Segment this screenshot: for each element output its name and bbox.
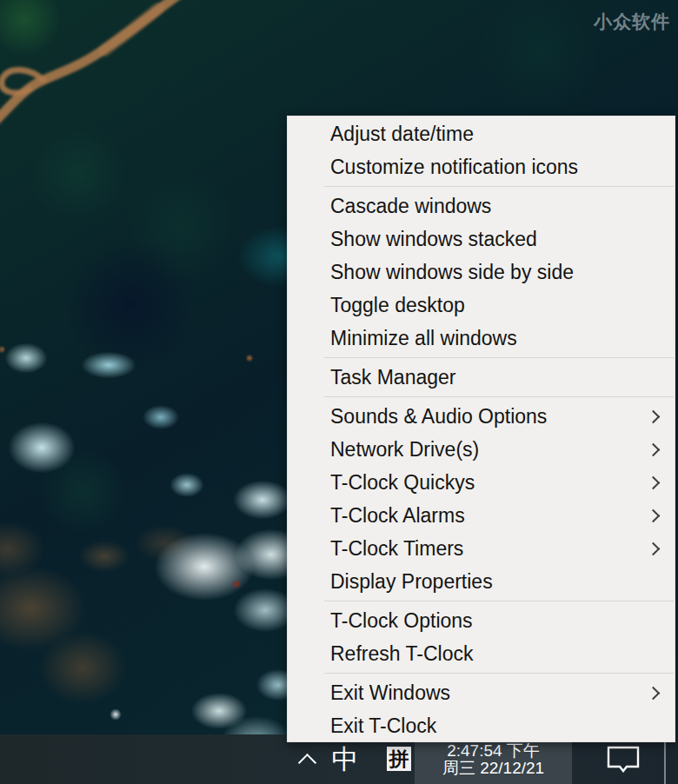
menu-item-customize-notification-icons[interactable]: Customize notification icons bbox=[288, 150, 675, 183]
menu-item-toggle-desktop[interactable]: Toggle desktop bbox=[288, 289, 675, 322]
submenu-chevron-icon bbox=[647, 409, 661, 423]
menu-item-t-clock-timers[interactable]: T-Clock Timers bbox=[288, 532, 675, 565]
menu-item-adjust-date-time[interactable]: Adjust date/time bbox=[288, 117, 675, 150]
menu-item-exit-t-clock[interactable]: Exit T-Clock bbox=[288, 709, 675, 742]
menu-item-display-properties[interactable]: Display Properties bbox=[288, 565, 675, 598]
menu-item-show-windows-stacked[interactable]: Show windows stacked bbox=[288, 223, 675, 256]
clock-date: 周三 22/12/21 bbox=[442, 760, 544, 777]
menu-item-label: Customize notification icons bbox=[330, 156, 661, 179]
menu-item-label: Refresh T-Clock bbox=[330, 642, 661, 666]
menu-item-label: Network Drive(s) bbox=[330, 438, 648, 462]
menu-item-task-manager[interactable]: Task Manager bbox=[288, 361, 675, 394]
menu-item-label: Sounds & Audio Options bbox=[330, 405, 648, 429]
menu-item-label: Show windows stacked bbox=[330, 228, 661, 251]
context-menu: Adjust date/timeCustomize notification i… bbox=[287, 116, 675, 742]
menu-item-label: Cascade windows bbox=[330, 195, 661, 218]
notification-icon bbox=[606, 746, 641, 774]
submenu-chevron-icon bbox=[647, 508, 661, 522]
clock-time: 2:47:54 下午 bbox=[447, 742, 540, 760]
chevron-up-icon bbox=[297, 753, 316, 771]
menu-item-label: T-Clock Timers bbox=[330, 537, 648, 561]
menu-item-label: Adjust date/time bbox=[330, 123, 661, 146]
watermark: 小众软件 bbox=[594, 10, 670, 34]
menu-item-label: Exit T-Clock bbox=[330, 714, 661, 738]
menu-item-sounds-audio-options[interactable]: Sounds & Audio Options bbox=[288, 400, 675, 433]
menu-item-network-drive-s[interactable]: Network Drive(s) bbox=[288, 433, 675, 466]
submenu-chevron-icon bbox=[647, 686, 661, 700]
menu-item-label: T-Clock Alarms bbox=[330, 504, 648, 528]
ime-language-badge[interactable]: 拼 bbox=[387, 747, 411, 771]
submenu-chevron-icon bbox=[647, 442, 661, 456]
menu-item-label: Minimize all windows bbox=[330, 327, 661, 350]
menu-item-label: Toggle desktop bbox=[330, 294, 661, 317]
submenu-chevron-icon bbox=[647, 541, 661, 555]
menu-item-label: Task Manager bbox=[330, 366, 661, 389]
submenu-chevron-icon bbox=[647, 475, 661, 489]
menu-item-show-windows-side-by-side[interactable]: Show windows side by side bbox=[288, 256, 675, 289]
menu-item-label: Display Properties bbox=[330, 570, 661, 594]
menu-item-t-clock-quickys[interactable]: T-Clock Quickys bbox=[288, 466, 675, 499]
menu-item-exit-windows[interactable]: Exit Windows bbox=[288, 676, 675, 709]
menu-item-label: Show windows side by side bbox=[330, 261, 661, 284]
menu-separator bbox=[324, 673, 674, 674]
menu-item-cascade-windows[interactable]: Cascade windows bbox=[288, 189, 675, 223]
menu-item-refresh-t-clock[interactable]: Refresh T-Clock bbox=[288, 637, 675, 670]
menu-item-label: Exit Windows bbox=[330, 681, 648, 705]
menu-separator bbox=[324, 601, 674, 601]
menu-item-t-clock-options[interactable]: T-Clock Options bbox=[288, 604, 675, 637]
menu-item-t-clock-alarms[interactable]: T-Clock Alarms bbox=[288, 499, 675, 532]
menu-separator bbox=[324, 186, 674, 187]
menu-item-label: T-Clock Options bbox=[330, 609, 661, 633]
satellite-river-feature bbox=[0, 0, 226, 156]
menu-item-label: T-Clock Quickys bbox=[330, 471, 648, 495]
menu-separator bbox=[324, 396, 674, 397]
menu-item-minimize-all-windows[interactable]: Minimize all windows bbox=[288, 322, 675, 355]
menu-separator bbox=[324, 357, 674, 358]
